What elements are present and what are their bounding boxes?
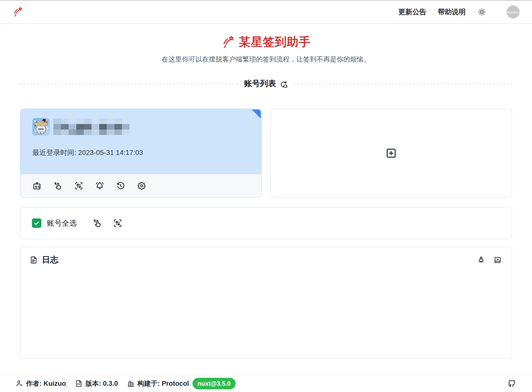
nav-update-announcement[interactable]: 更新公告 [398,8,426,15]
page-title: 某星签到助手 [239,34,311,50]
account-avatar [32,118,50,135]
title-shooting-star-icon [221,35,235,49]
account-settings-button[interactable] [137,181,147,191]
square-plus-icon [385,147,397,159]
log-panel: 日志 [20,247,512,359]
nav-help[interactable]: 帮助说明 [438,8,466,15]
account-card-top: 最近登录时间: 2023-05-31 14:17:03 [20,109,261,174]
account-card[interactable]: 最近登录时间: 2023-05-31 14:17:03 [20,109,262,197]
qrcode-scan-icon [113,218,123,228]
footer: 作者: Kuizuo 版本: 0.3.0 构建于: Protocol nuxt@… [0,375,532,392]
user-star-icon [15,380,23,388]
divider-line-left [20,83,238,84]
account-cards-grid: 最近登录时间: 2023-05-31 14:17:03 [20,109,512,197]
app-header: 更新公告 帮助说明 kuizuo [0,1,532,24]
notification-button[interactable] [95,181,105,191]
footer-author: 作者: Kuizuo [15,379,66,388]
footer-author-text: 作者: Kuizuo [26,379,66,388]
add-account-card[interactable] [270,109,512,197]
batch-scan-qrcode-button[interactable] [113,218,123,228]
sun-icon [478,8,486,16]
save-log-button[interactable] [493,255,503,265]
account-name-redacted [53,119,130,135]
check-icon [33,220,40,226]
footer-build: 构建于: Protocol [127,379,189,388]
footer-version-text: 版本: 0.3.0 [85,379,118,388]
one-click-signin-button[interactable] [53,181,63,191]
cloud-sync-icon[interactable] [279,80,288,89]
nuxt-version-badge: nuxt@3.5.0 [192,378,236,389]
history-button[interactable] [116,181,126,191]
page-subtitle: 在这里你可以在摆脱客户端繁琐的签到流程，让签到不再是你的烦恼。 [20,55,512,64]
add-credential-button[interactable] [32,181,42,191]
hero: 某星签到助手 在这里你可以在摆脱客户端繁琐的签到流程，让签到不再是你的烦恼。 [20,34,512,64]
selected-corner-badge [252,110,261,119]
hand-click-icon [92,218,102,228]
header-nav: 更新公告 帮助说明 kuizuo [398,5,520,18]
github-icon [508,379,516,388]
hand-click-icon [53,181,63,191]
log-output-area [29,265,503,351]
page: 更新公告 帮助说明 kuizuo 某星签到助手 在这里你可以在摆脱客户端繁琐的签… [0,0,532,392]
last-login-time: 最近登录时间: 2023-05-31 14:17:03 [32,148,249,157]
history-icon [116,181,125,191]
bell-ringing-icon [95,181,104,191]
github-link[interactable] [507,379,517,388]
qrcode-scan-icon [74,181,84,191]
file-text-icon [29,256,38,264]
select-all-checkbox[interactable] [32,218,41,228]
main-content: 某星签到助手 在这里你可以在摆脱客户端繁琐的签到流程，让签到不再是你的烦恼。 账… [0,24,532,359]
user-avatar[interactable]: kuizuo [507,5,520,18]
footer-build-text: 构建于: Protocol [137,379,189,388]
batch-signin-button[interactable] [92,218,102,228]
save-log-icon [493,256,502,264]
id-badge-plus-icon [32,181,42,191]
footer-version: 版本: 0.3.0 [75,379,118,388]
building-icon [127,380,135,388]
select-all-label: 账号全选 [47,218,77,228]
select-all-bar: 账号全选 [20,207,512,239]
log-title: 日志 [42,254,58,265]
divider-line-right [294,83,512,84]
app-logo-shooting-star-icon[interactable] [12,6,23,17]
account-list-title: 账号列表 [244,78,276,89]
account-actions-bar [20,174,261,197]
clear-log-button[interactable] [476,255,486,265]
settings-icon [137,181,146,191]
account-list-divider: 账号列表 [20,78,512,89]
file-code-icon [75,380,83,388]
clear-log-brush-icon [477,256,485,264]
scan-qrcode-button[interactable] [74,181,84,191]
theme-toggle-button[interactable] [477,7,487,17]
